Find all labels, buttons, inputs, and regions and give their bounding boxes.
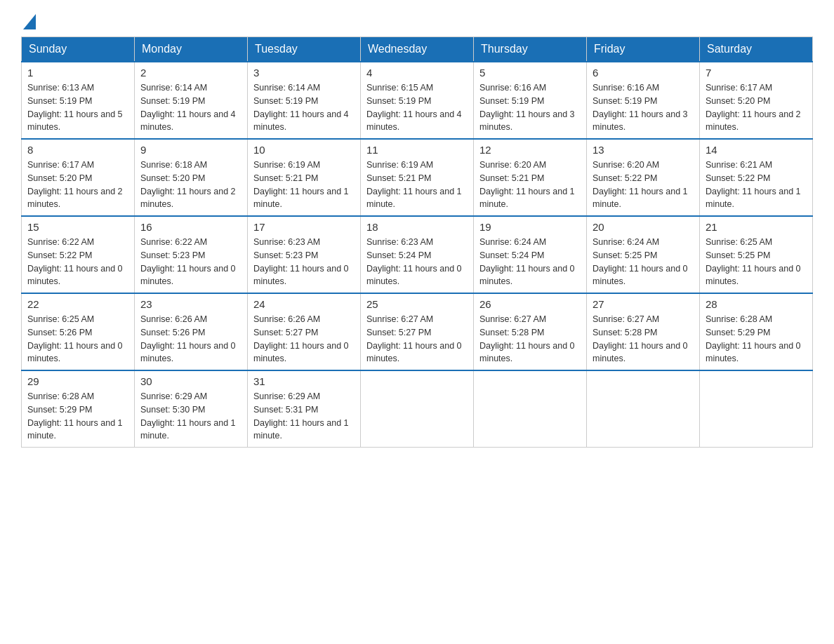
day-info: Sunrise: 6:14 AMSunset: 5:19 PMDaylight:… <box>140 81 241 134</box>
day-number: 9 <box>140 144 241 156</box>
calendar-cell: 1 Sunrise: 6:13 AMSunset: 5:19 PMDayligh… <box>22 62 135 139</box>
day-number: 28 <box>706 298 807 310</box>
calendar-cell: 13 Sunrise: 6:20 AMSunset: 5:22 PMDaylig… <box>587 139 700 216</box>
calendar-cell: 22 Sunrise: 6:25 AMSunset: 5:26 PMDaylig… <box>22 293 135 370</box>
day-header-tuesday: Tuesday <box>248 37 361 62</box>
day-number: 29 <box>27 375 128 387</box>
day-info: Sunrise: 6:29 AMSunset: 5:31 PMDaylight:… <box>253 390 355 443</box>
day-number: 10 <box>253 144 355 156</box>
day-info: Sunrise: 6:18 AMSunset: 5:20 PMDaylight:… <box>140 159 241 211</box>
day-number: 25 <box>366 298 468 310</box>
calendar-cell: 29 Sunrise: 6:28 AMSunset: 5:29 PMDaylig… <box>22 370 135 448</box>
day-info: Sunrise: 6:26 AMSunset: 5:27 PMDaylight:… <box>253 313 355 365</box>
day-number: 30 <box>140 375 241 387</box>
calendar-cell: 17 Sunrise: 6:23 AMSunset: 5:23 PMDaylig… <box>248 216 361 293</box>
day-header-saturday: Saturday <box>700 37 813 62</box>
calendar-cell: 8 Sunrise: 6:17 AMSunset: 5:20 PMDayligh… <box>22 139 135 216</box>
calendar-cell <box>361 370 474 448</box>
calendar-cell: 12 Sunrise: 6:20 AMSunset: 5:21 PMDaylig… <box>474 139 587 216</box>
day-number: 31 <box>253 375 355 387</box>
calendar-cell: 2 Sunrise: 6:14 AMSunset: 5:19 PMDayligh… <box>135 62 248 139</box>
day-header-friday: Friday <box>587 37 700 62</box>
calendar-cell: 9 Sunrise: 6:18 AMSunset: 5:20 PMDayligh… <box>135 139 248 216</box>
day-header-thursday: Thursday <box>474 37 587 62</box>
calendar-cell <box>474 370 587 448</box>
day-number: 16 <box>140 221 241 233</box>
day-number: 26 <box>479 298 581 310</box>
day-number: 8 <box>27 144 128 156</box>
day-number: 17 <box>253 221 355 233</box>
calendar-header-row: SundayMondayTuesdayWednesdayThursdayFrid… <box>22 37 813 62</box>
day-header-wednesday: Wednesday <box>361 37 474 62</box>
calendar-cell: 18 Sunrise: 6:23 AMSunset: 5:24 PMDaylig… <box>361 216 474 293</box>
day-info: Sunrise: 6:27 AMSunset: 5:27 PMDaylight:… <box>366 313 468 365</box>
calendar-week-row: 15 Sunrise: 6:22 AMSunset: 5:22 PMDaylig… <box>22 216 813 293</box>
day-number: 4 <box>366 67 468 79</box>
calendar-cell: 20 Sunrise: 6:24 AMSunset: 5:25 PMDaylig… <box>587 216 700 293</box>
day-header-monday: Monday <box>135 37 248 62</box>
day-info: Sunrise: 6:23 AMSunset: 5:23 PMDaylight:… <box>253 236 355 288</box>
day-info: Sunrise: 6:28 AMSunset: 5:29 PMDaylight:… <box>706 313 807 365</box>
calendar-cell: 21 Sunrise: 6:25 AMSunset: 5:25 PMDaylig… <box>700 216 813 293</box>
day-info: Sunrise: 6:16 AMSunset: 5:19 PMDaylight:… <box>479 81 581 134</box>
calendar-cell: 30 Sunrise: 6:29 AMSunset: 5:30 PMDaylig… <box>135 370 248 448</box>
day-number: 13 <box>593 144 694 156</box>
day-info: Sunrise: 6:28 AMSunset: 5:29 PMDaylight:… <box>27 390 128 443</box>
calendar-cell <box>700 370 813 448</box>
calendar-cell: 10 Sunrise: 6:19 AMSunset: 5:21 PMDaylig… <box>248 139 361 216</box>
day-info: Sunrise: 6:22 AMSunset: 5:22 PMDaylight:… <box>27 236 128 288</box>
calendar-cell: 6 Sunrise: 6:16 AMSunset: 5:19 PMDayligh… <box>587 62 700 139</box>
calendar-cell: 31 Sunrise: 6:29 AMSunset: 5:31 PMDaylig… <box>248 370 361 448</box>
day-number: 2 <box>140 67 241 79</box>
day-number: 11 <box>366 144 468 156</box>
day-number: 1 <box>27 67 128 79</box>
day-number: 22 <box>27 298 128 310</box>
day-number: 19 <box>479 221 581 233</box>
day-info: Sunrise: 6:24 AMSunset: 5:25 PMDaylight:… <box>593 236 694 288</box>
day-info: Sunrise: 6:25 AMSunset: 5:26 PMDaylight:… <box>27 313 128 365</box>
calendar-week-row: 1 Sunrise: 6:13 AMSunset: 5:19 PMDayligh… <box>22 62 813 139</box>
day-number: 7 <box>706 67 807 79</box>
day-info: Sunrise: 6:16 AMSunset: 5:19 PMDaylight:… <box>593 81 694 134</box>
calendar-cell: 3 Sunrise: 6:14 AMSunset: 5:19 PMDayligh… <box>248 62 361 139</box>
day-info: Sunrise: 6:26 AMSunset: 5:26 PMDaylight:… <box>140 313 241 365</box>
logo <box>21 14 36 29</box>
calendar-cell: 11 Sunrise: 6:19 AMSunset: 5:21 PMDaylig… <box>361 139 474 216</box>
calendar-cell: 24 Sunrise: 6:26 AMSunset: 5:27 PMDaylig… <box>248 293 361 370</box>
day-number: 14 <box>706 144 807 156</box>
day-number: 20 <box>593 221 694 233</box>
calendar-table: SundayMondayTuesdayWednesdayThursdayFrid… <box>21 36 813 448</box>
day-number: 5 <box>479 67 581 79</box>
day-number: 23 <box>140 298 241 310</box>
day-number: 12 <box>479 144 581 156</box>
calendar-cell <box>587 370 700 448</box>
page-header <box>21 14 813 29</box>
day-info: Sunrise: 6:29 AMSunset: 5:30 PMDaylight:… <box>140 390 241 443</box>
calendar-cell: 19 Sunrise: 6:24 AMSunset: 5:24 PMDaylig… <box>474 216 587 293</box>
day-number: 3 <box>253 67 355 79</box>
day-info: Sunrise: 6:17 AMSunset: 5:20 PMDaylight:… <box>706 81 807 134</box>
day-number: 15 <box>27 221 128 233</box>
day-info: Sunrise: 6:15 AMSunset: 5:19 PMDaylight:… <box>366 81 468 134</box>
day-info: Sunrise: 6:27 AMSunset: 5:28 PMDaylight:… <box>593 313 694 365</box>
day-number: 21 <box>706 221 807 233</box>
calendar-cell: 28 Sunrise: 6:28 AMSunset: 5:29 PMDaylig… <box>700 293 813 370</box>
day-info: Sunrise: 6:25 AMSunset: 5:25 PMDaylight:… <box>706 236 807 288</box>
day-info: Sunrise: 6:19 AMSunset: 5:21 PMDaylight:… <box>366 159 468 211</box>
day-info: Sunrise: 6:13 AMSunset: 5:19 PMDaylight:… <box>27 81 128 134</box>
calendar-cell: 23 Sunrise: 6:26 AMSunset: 5:26 PMDaylig… <box>135 293 248 370</box>
day-info: Sunrise: 6:19 AMSunset: 5:21 PMDaylight:… <box>253 159 355 211</box>
calendar-cell: 26 Sunrise: 6:27 AMSunset: 5:28 PMDaylig… <box>474 293 587 370</box>
calendar-week-row: 29 Sunrise: 6:28 AMSunset: 5:29 PMDaylig… <box>22 370 813 448</box>
day-info: Sunrise: 6:27 AMSunset: 5:28 PMDaylight:… <box>479 313 581 365</box>
day-number: 18 <box>366 221 468 233</box>
calendar-week-row: 22 Sunrise: 6:25 AMSunset: 5:26 PMDaylig… <box>22 293 813 370</box>
day-number: 27 <box>593 298 694 310</box>
calendar-cell: 7 Sunrise: 6:17 AMSunset: 5:20 PMDayligh… <box>700 62 813 139</box>
calendar-cell: 25 Sunrise: 6:27 AMSunset: 5:27 PMDaylig… <box>361 293 474 370</box>
calendar-cell: 4 Sunrise: 6:15 AMSunset: 5:19 PMDayligh… <box>361 62 474 139</box>
calendar-cell: 15 Sunrise: 6:22 AMSunset: 5:22 PMDaylig… <box>22 216 135 293</box>
day-info: Sunrise: 6:20 AMSunset: 5:21 PMDaylight:… <box>479 159 581 211</box>
day-info: Sunrise: 6:21 AMSunset: 5:22 PMDaylight:… <box>706 159 807 211</box>
day-info: Sunrise: 6:17 AMSunset: 5:20 PMDaylight:… <box>27 159 128 211</box>
